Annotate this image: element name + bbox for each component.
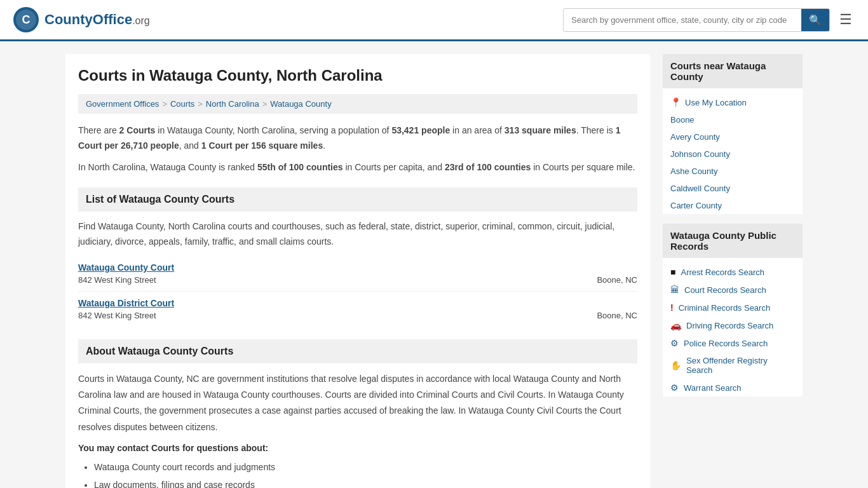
nearby-link-avery[interactable]: Avery County	[663, 128, 803, 146]
about-section-header: About Watauga County Courts	[78, 339, 637, 363]
breadcrumb-watauga[interactable]: Watauga County	[270, 99, 331, 109]
arrest-records-link[interactable]: ■ Arrest Records Search	[663, 263, 803, 281]
nearby-link-caldwell[interactable]: Caldwell County	[663, 180, 803, 197]
sex-offender-label: Sex Offender Registry Search	[686, 356, 795, 375]
bullet-list: Watauga County court records and judgmen…	[78, 458, 637, 488]
rank2: 23rd of 100 counties	[445, 162, 531, 172]
court-records-label: Court Records Search	[684, 285, 766, 295]
stats-paragraph-1: There are 2 Courts in Watauga County, No…	[78, 123, 637, 154]
population: 53,421 people	[391, 125, 450, 135]
list-description: Find Watauga County, North Carolina cour…	[78, 219, 637, 250]
court-details-1: 842 West King Street Boone, NC	[78, 275, 637, 285]
per-area: 1 Court per 156 square miles	[201, 140, 323, 151]
bullet-1: Watauga County court records and judgmen…	[94, 458, 637, 476]
police-records-link[interactable]: ⚙ Police Records Search	[663, 334, 803, 352]
logo-text: CountyOffice.org	[44, 11, 150, 28]
search-button[interactable]: 🔍	[801, 9, 829, 31]
police-icon: ⚙	[670, 338, 679, 348]
use-my-location-label: Use My Location	[685, 98, 747, 107]
court-address-1: 842 West King Street	[78, 275, 156, 285]
court-address-2: 842 West King Street	[78, 311, 156, 320]
about-text: Courts in Watauga County, NC are governm…	[78, 371, 637, 435]
nearby-link-johnson[interactable]: Johnson County	[663, 146, 803, 163]
arrest-records-label: Arrest Records Search	[681, 268, 764, 277]
stats-paragraph-2: In North Carolina, Watauga County is ran…	[78, 160, 637, 175]
breadcrumb: Government Offices > Courts > North Caro…	[78, 94, 637, 114]
court-item-2: Watauga District Court 842 West King Str…	[78, 292, 637, 327]
driving-icon: 🚗	[670, 320, 681, 330]
nearby-courts-title: Courts near Watauga County	[663, 54, 803, 88]
court-item-1: Watauga County Court 842 West King Stree…	[78, 256, 637, 292]
area: 313 square miles	[505, 125, 576, 135]
warrant-link[interactable]: ⚙ Warrant Search	[663, 379, 803, 396]
breadcrumb-nc[interactable]: North Carolina	[206, 99, 259, 109]
sex-offender-link[interactable]: ✋ Sex Offender Registry Search	[663, 352, 803, 379]
criminal-icon: !	[670, 302, 674, 313]
warrant-icon: ⚙	[670, 383, 679, 393]
court-name-1[interactable]: Watauga County Court	[78, 262, 637, 273]
list-section-header: List of Watauga County Courts	[78, 187, 637, 212]
court-details-2: 842 West King Street Boone, NC	[78, 311, 637, 320]
court-list: Watauga County Court 842 West King Stree…	[78, 256, 637, 327]
public-records-section: Watauga County Public Records ■ Arrest R…	[663, 224, 803, 396]
search-input[interactable]	[564, 10, 801, 30]
criminal-records-link[interactable]: ! Criminal Records Search	[663, 299, 803, 316]
header-right: 🔍 ☰	[563, 8, 855, 32]
use-my-location-link[interactable]: 📍 Use My Location	[663, 93, 803, 111]
warrant-label: Warrant Search	[684, 383, 742, 393]
page-container: Courts in Watauga County, North Carolina…	[53, 41, 815, 488]
logo-icon: C	[13, 6, 39, 33]
svg-text:C: C	[22, 13, 31, 26]
court-name-2[interactable]: Watauga District Court	[78, 298, 637, 308]
court-records-link[interactable]: 🏛 Court Records Search	[663, 281, 803, 299]
page-title: Courts in Watauga County, North Carolina	[78, 67, 637, 85]
breadcrumb-gov-offices[interactable]: Government Offices	[86, 99, 159, 109]
court-icon: 🏛	[670, 285, 679, 295]
sex-offender-icon: ✋	[670, 360, 681, 370]
hamburger-menu-icon[interactable]: ☰	[836, 8, 855, 31]
location-icon: 📍	[670, 97, 681, 107]
search-bar: 🔍	[563, 8, 830, 32]
logo-area: C CountyOffice.org	[13, 6, 150, 33]
nearby-link-boone[interactable]: Boone	[663, 111, 803, 128]
driving-records-label: Driving Records Search	[686, 321, 773, 330]
header: C CountyOffice.org 🔍 ☰	[0, 0, 868, 41]
arrest-icon: ■	[670, 267, 675, 277]
nearby-link-ashe[interactable]: Ashe County	[663, 163, 803, 180]
court-count: 2 Courts	[119, 125, 156, 135]
driving-records-link[interactable]: 🚗 Driving Records Search	[663, 316, 803, 334]
criminal-records-label: Criminal Records Search	[679, 303, 771, 313]
contact-header: You may contact Courts for questions abo…	[78, 443, 637, 453]
bullet-2: Law documents, filings and case records	[94, 476, 637, 488]
public-records-title: Watauga County Public Records	[663, 224, 803, 258]
main-content: Courts in Watauga County, North Carolina…	[65, 54, 650, 488]
police-records-label: Police Records Search	[684, 339, 768, 348]
sidebar: Courts near Watauga County 📍 Use My Loca…	[663, 54, 803, 488]
nearby-courts-section: Courts near Watauga County 📍 Use My Loca…	[663, 54, 803, 214]
breadcrumb-courts[interactable]: Courts	[170, 99, 194, 109]
court-city-2: Boone, NC	[597, 311, 637, 320]
nearby-link-carter[interactable]: Carter County	[663, 197, 803, 214]
court-city-1: Boone, NC	[597, 275, 637, 285]
rank1: 55th of 100 counties	[257, 162, 343, 172]
